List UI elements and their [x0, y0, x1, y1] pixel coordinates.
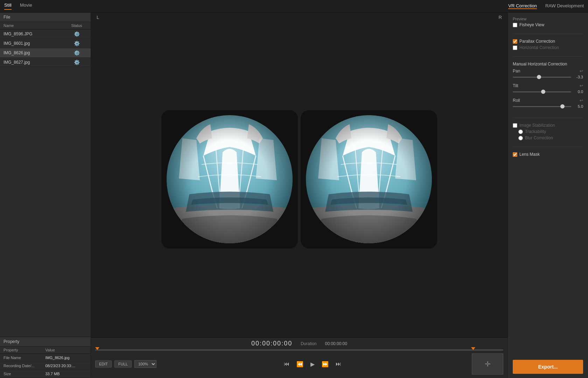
tab-vr-correction[interactable]: VR Correction — [508, 3, 537, 9]
horizontal-correction-label: Horizontal Correction — [519, 45, 559, 50]
file-name: IMG_8627.jpg — [4, 60, 66, 65]
prop-table-header: Property Value — [0, 346, 91, 354]
tilt-thumb[interactable] — [541, 90, 545, 94]
prop-val: 33.7 MB — [46, 372, 88, 376]
controls-row: EDIT FULL 100% ⏮ ⏪ ▶ ⏩ ⏭ ✛ — [95, 352, 503, 376]
image-stabilization-checkbox[interactable] — [513, 123, 517, 128]
pan-thumb[interactable] — [537, 75, 541, 79]
dual-image-container — [91, 21, 507, 337]
blur-correction-label: Blur Correction — [525, 135, 553, 140]
prop-row-size: Size 33.7 MB — [0, 370, 91, 378]
scrubber-end-marker — [471, 347, 475, 350]
preview-section: Preview Fisheye View — [513, 17, 583, 29]
main-layout: File Name Status IMG_8596.JPG ⚙️ IMG_860… — [0, 13, 588, 378]
prop-row-date: Recording Date/... 08/23/23 20:33:... — [0, 362, 91, 370]
center-panel: L R — [91, 13, 507, 378]
divider-3 — [513, 118, 583, 118]
tilt-footer: 0.0 — [513, 90, 583, 94]
trackability-radio[interactable] — [518, 130, 523, 134]
property-panel: Property Property Value File Name IMG_86… — [0, 337, 91, 378]
file-list: IMG_8596.JPG ⚙️ IMG_8601.jpg ⚙️ IMG_8626… — [0, 29, 91, 67]
stabilization-section: Image Stabilization Trackability Blur Co… — [513, 123, 583, 142]
step-back-button[interactable]: ⏪ — [295, 360, 305, 368]
transport-bar: 00:00:00:00 Duration 00:00:00:00 EDIT FU… — [91, 337, 507, 378]
play-button[interactable]: ▶ — [309, 360, 316, 368]
export-button[interactable]: Export... — [513, 360, 583, 374]
file-row[interactable]: IMG_8601.jpg ⚙️ — [0, 39, 91, 48]
manual-horizontal-title: Manual Horizontal Correction — [513, 62, 583, 66]
pan-slider-container: Pan ↩ -3.3 — [513, 69, 583, 79]
tilt-value: 0.0 — [573, 90, 583, 94]
lens-mask-label: Lens Mask — [519, 152, 540, 157]
left-label: L — [97, 15, 99, 20]
file-name: IMG_8626.jpg — [4, 50, 66, 55]
fisheye-view-checkbox[interactable] — [513, 23, 517, 27]
roll-label: Roll — [513, 98, 520, 103]
divider-1 — [513, 34, 583, 34]
skip-to-end-button[interactable]: ⏭ — [334, 360, 343, 368]
prop-key: File Name — [4, 356, 46, 360]
prop-val: 08/23/23 20:33:... — [46, 364, 88, 368]
full-button[interactable]: FULL — [114, 360, 132, 368]
right-panel: Preview Fisheye View Parallax Correction… — [507, 13, 588, 378]
trackability-label: Trackability — [525, 129, 546, 134]
tab-movie[interactable]: Movie — [20, 2, 32, 10]
pan-header: Pan ↩ — [513, 69, 583, 74]
pan-value: -3.3 — [573, 75, 583, 79]
zoom-select[interactable]: 100% — [134, 360, 156, 368]
horizontal-correction-checkbox[interactable] — [513, 46, 517, 50]
horizontal-correction-row: Horizontal Correction — [513, 45, 583, 50]
duration-label: Duration — [301, 341, 316, 346]
viewer-area: L R — [91, 13, 507, 337]
parallax-correction-label: Parallax Correction — [519, 39, 555, 44]
fisheye-left — [161, 110, 298, 248]
svg-point-8 — [167, 115, 293, 243]
pan-reset-button[interactable]: ↩ — [580, 69, 583, 74]
prop-key: Recording Date/... — [4, 364, 46, 368]
tilt-reset-button[interactable]: ↩ — [580, 83, 583, 88]
file-name: IMG_8596.JPG — [4, 31, 66, 36]
skip-to-start-button[interactable]: ⏮ — [282, 360, 291, 368]
pan-track[interactable] — [513, 77, 571, 78]
manual-correction-section: Manual Horizontal Correction Pan ↩ -3.3 … — [513, 62, 583, 113]
left-tabs: Still Movie — [4, 2, 32, 10]
property-title: Property — [0, 337, 91, 346]
tilt-slider-container: Tilt ↩ 0.0 — [513, 83, 583, 94]
file-status: ⚙️ — [66, 59, 87, 65]
pan-label: Pan — [513, 69, 520, 74]
lens-mask-section: Lens Mask — [513, 152, 583, 158]
edit-button[interactable]: EDIT — [95, 360, 112, 368]
divider-4 — [513, 147, 583, 147]
file-row[interactable]: IMG_8627.jpg ⚙️ — [0, 58, 91, 67]
current-timecode: 00:00:00:00 — [251, 340, 292, 347]
scrubber-bar[interactable] — [95, 349, 503, 351]
lens-mask-checkbox[interactable] — [513, 152, 517, 157]
roll-header: Roll ↩ — [513, 98, 583, 103]
duration-value: 00:00:00:00 — [325, 341, 347, 346]
roll-value: 5.0 — [573, 104, 583, 108]
tab-still[interactable]: Still — [4, 2, 12, 10]
prop-key: Size — [4, 372, 46, 376]
name-header: Name — [4, 23, 66, 28]
roll-footer: 5.0 — [513, 104, 583, 108]
status-header: Status — [66, 23, 87, 28]
prop-col-property: Property — [4, 348, 46, 352]
file-row[interactable]: IMG_8626.jpg ⚙️ — [0, 48, 91, 58]
tilt-label: Tilt — [513, 83, 518, 88]
file-row[interactable]: IMG_8596.JPG ⚙️ — [0, 29, 91, 39]
prop-col-value: Value — [46, 348, 88, 352]
image-stabilization-label: Image Stabilization — [519, 123, 555, 128]
roll-thumb[interactable] — [560, 104, 565, 108]
lens-mask-row: Lens Mask — [513, 152, 583, 157]
parallax-correction-checkbox[interactable] — [513, 39, 517, 44]
file-status: ⚙️ — [66, 50, 87, 56]
prop-row-filename: File Name IMG_8626.jpg — [0, 354, 91, 362]
blur-correction-radio[interactable] — [518, 136, 523, 140]
preview-label: Preview — [513, 17, 583, 21]
roll-reset-button[interactable]: ↩ — [580, 98, 583, 103]
step-forward-button[interactable]: ⏩ — [320, 360, 330, 368]
tilt-track[interactable] — [513, 91, 571, 92]
tab-raw-development[interactable]: RAW Development — [545, 3, 584, 9]
roll-track[interactable] — [513, 106, 571, 107]
add-clip-button[interactable]: ✛ — [472, 354, 503, 374]
